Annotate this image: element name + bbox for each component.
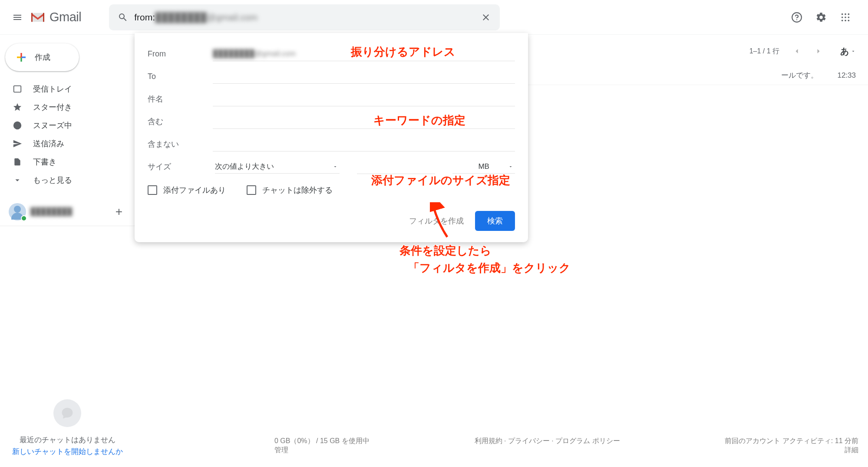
input-tools-button[interactable]: あ	[838, 44, 858, 59]
apps-grid-icon	[841, 13, 850, 22]
subject-input[interactable]	[213, 92, 515, 106]
compose-label: 作成	[35, 52, 50, 62]
mail-time: 12:33	[837, 71, 856, 80]
storage-text: 0 GB（0%） / 15 GB を使用中	[274, 437, 370, 446]
svg-point-8	[842, 20, 843, 21]
size-label: サイズ	[148, 161, 206, 172]
has-attachment-label: 添付ファイルあり	[163, 185, 226, 195]
add-contact-button[interactable]: +	[111, 205, 127, 219]
search-value-blurred: ████████@gmail.com	[155, 12, 257, 23]
send-icon	[12, 138, 23, 149]
exclude-chat-checkbox[interactable]: チャットは除外する	[247, 185, 333, 195]
svg-point-6	[845, 16, 846, 18]
has-words-label: 含む	[148, 116, 213, 127]
help-icon	[791, 12, 802, 23]
settings-button[interactable]	[811, 7, 832, 28]
sidebar-label: 送信済み	[33, 138, 64, 149]
star-icon	[12, 102, 23, 112]
next-page-button[interactable]	[810, 43, 827, 60]
size-value-input[interactable]	[357, 160, 435, 174]
checkbox-icon	[148, 185, 157, 195]
mail-snippet: ールです。	[781, 70, 818, 80]
search-icon	[114, 9, 132, 26]
gmail-logo-icon	[30, 11, 46, 23]
user-name-blurred: ████████	[30, 207, 111, 216]
chevron-left-icon	[792, 47, 801, 56]
svg-point-5	[842, 16, 843, 18]
exclude-chat-label: チャットは除外する	[262, 185, 333, 195]
help-button[interactable]	[786, 7, 807, 28]
activity-details-link[interactable]: 詳細	[845, 446, 858, 454]
presence-dot	[21, 215, 27, 221]
apps-button[interactable]	[835, 7, 856, 28]
sidebar-label: スター付き	[33, 102, 72, 112]
compose-button[interactable]: 作成	[5, 43, 79, 71]
hangouts-area: 最近のチャットはありません 新しいチャットを開始しませんか	[0, 399, 135, 467]
from-label: From	[148, 49, 213, 59]
sidebar-item-sent[interactable]: 送信済み	[0, 135, 129, 153]
sidebar: 作成 受信トレイ スター付き スヌーズ中 送信済み 下書き	[0, 35, 135, 467]
hangouts-icon	[53, 399, 81, 427]
inbox-icon	[12, 84, 23, 94]
svg-point-10	[848, 20, 850, 21]
footer-links[interactable]: 利用規約 · プライバシー · プログラム ポリシー	[475, 437, 620, 455]
svg-point-3	[845, 13, 846, 15]
sidebar-item-starred[interactable]: スター付き	[0, 98, 129, 116]
main-content: 1–1 / 1 行 あ ールです。 12:33 From ████████@gm…	[135, 35, 868, 467]
chevron-right-icon	[814, 47, 823, 56]
menu-button[interactable]	[7, 7, 28, 28]
svg-point-4	[848, 13, 850, 15]
sidebar-item-inbox[interactable]: 受信トレイ	[0, 80, 129, 98]
size-unit-select[interactable]: MB	[452, 160, 515, 174]
subject-label: 件名	[148, 94, 213, 104]
activity-text: 前回のアカウント アクティビティ: 11 分前	[725, 437, 858, 446]
from-input[interactable]: ████████@gmail.com	[213, 47, 515, 61]
sidebar-item-drafts[interactable]: 下書き	[0, 153, 129, 171]
footer: 0 GB（0%） / 15 GB を使用中 管理 利用規約 · プライバシー ·…	[274, 437, 858, 455]
size-operator-select[interactable]: 次の値より大きい	[215, 160, 340, 174]
storage-manage-link[interactable]: 管理	[274, 446, 288, 454]
avatar[interactable]	[9, 203, 26, 220]
to-input[interactable]	[213, 69, 515, 84]
svg-point-1	[796, 19, 797, 20]
svg-point-7	[848, 16, 850, 18]
not-words-label: 含まない	[148, 139, 213, 149]
gmail-logo[interactable]: Gmail	[30, 10, 81, 24]
gmail-logo-text: Gmail	[50, 10, 81, 24]
search-prefix: from:	[134, 12, 155, 23]
sidebar-label: スヌーズ中	[33, 120, 72, 131]
file-icon	[12, 157, 23, 167]
create-filter-link[interactable]: フィルタを作成	[409, 216, 464, 226]
chevron-down-icon	[12, 175, 23, 185]
user-row: ████████ +	[0, 200, 135, 226]
sidebar-label: 下書き	[33, 157, 56, 167]
hamburger-icon	[12, 12, 23, 23]
svg-point-2	[842, 13, 843, 15]
search-input[interactable]: from:████████@gmail.com	[132, 12, 477, 23]
prev-page-button[interactable]	[788, 43, 805, 60]
clock-icon	[12, 120, 23, 131]
close-icon	[481, 12, 491, 23]
gear-icon	[815, 12, 827, 23]
sidebar-label: もっと見る	[33, 175, 72, 185]
to-label: To	[148, 72, 213, 81]
svg-point-9	[845, 20, 846, 21]
caret-down-icon	[851, 49, 856, 54]
sidebar-label: 受信トレイ	[33, 84, 72, 94]
sidebar-item-more[interactable]: もっと見る	[0, 171, 129, 189]
svg-rect-11	[14, 86, 21, 92]
has-words-input[interactable]	[213, 115, 515, 129]
has-attachment-checkbox[interactable]: 添付ファイルあり	[148, 185, 226, 195]
search-button[interactable]: 検索	[475, 211, 515, 231]
not-words-input[interactable]	[213, 137, 515, 151]
search-filter-dropdown: From ████████@gmail.com To 件名 含む 含まない	[135, 33, 528, 242]
hangouts-start-chat-link[interactable]: 新しいチャットを開始しませんか	[0, 447, 135, 457]
sidebar-item-snoozed[interactable]: スヌーズ中	[0, 116, 129, 135]
plus-icon	[15, 51, 28, 64]
search-bar[interactable]: from:████████@gmail.com	[109, 4, 500, 30]
hangouts-empty-text: 最近のチャットはありません	[0, 435, 135, 445]
page-count: 1–1 / 1 行	[749, 47, 779, 56]
annotation-click-line2: 「フィルタを作成」をクリック	[408, 260, 571, 276]
input-tools-label: あ	[840, 46, 849, 57]
clear-search-button[interactable]	[477, 9, 495, 26]
